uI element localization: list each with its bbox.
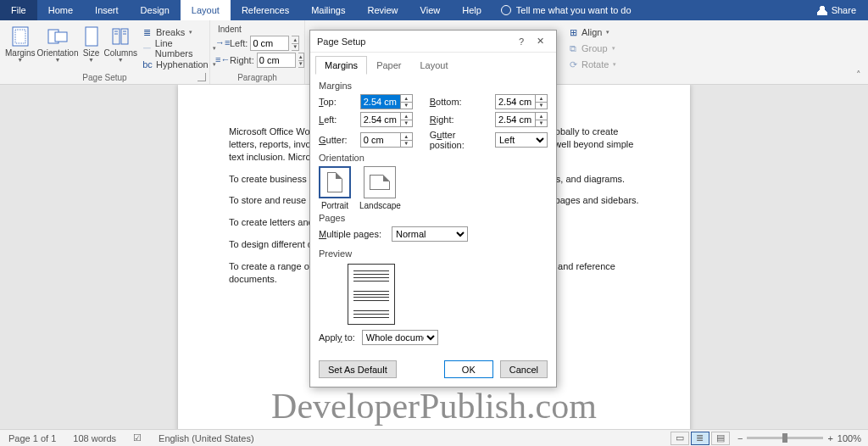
status-bar: Page 1 of 1 108 words ☑ English (United … [0, 429, 868, 446]
share-button[interactable]: Share [805, 5, 868, 15]
margin-right-label: Right: [430, 114, 490, 125]
margin-right-input[interactable] [495, 112, 536, 127]
line-numbers-icon: 𝄖 [142, 42, 153, 54]
tab-insert[interactable]: Insert [84, 0, 130, 20]
view-web-layout[interactable]: ▤ [711, 432, 730, 445]
cancel-button[interactable]: Cancel [500, 360, 548, 378]
status-words[interactable]: 108 words [64, 433, 125, 443]
indent-right-icon: ≡← [215, 54, 227, 66]
line-numbers-button[interactable]: 𝄖Line Numbers▾ [139, 41, 219, 56]
indent-right-spinner[interactable]: ▲▼ [298, 53, 304, 68]
lightbulb-icon [501, 5, 511, 15]
margins-icon [9, 25, 31, 47]
zoom-slider[interactable] [747, 437, 823, 439]
indent-left-label: Left: [230, 38, 248, 48]
breaks-icon: ≣ [142, 26, 153, 38]
status-page[interactable]: Page 1 of 1 [0, 433, 64, 443]
margin-left-spinner[interactable]: ▲▼ [401, 112, 413, 127]
set-default-button[interactable]: Set As Default [319, 360, 397, 378]
landscape-label: Landscape [359, 201, 401, 210]
dialog-tab-layout[interactable]: Layout [410, 56, 457, 75]
group-icon: ⧉ [567, 42, 579, 54]
gutter-spinner[interactable]: ▲▼ [401, 132, 413, 148]
view-read-mode[interactable]: ▭ [670, 432, 689, 445]
gutter-pos-label: Gutter position: [430, 130, 490, 150]
tab-help[interactable]: Help [451, 0, 492, 20]
share-label: Share [832, 5, 856, 15]
zoom-out-button[interactable]: − [737, 433, 743, 443]
preview-thumbnail [348, 264, 395, 325]
page-setup-dialog: Page Setup ? ✕ Margins Paper Layout Marg… [309, 30, 557, 387]
align-label: Align [581, 27, 602, 37]
indent-left-input[interactable] [250, 36, 289, 51]
tab-file[interactable]: File [0, 0, 37, 20]
indent-left-icon: →≡ [215, 37, 227, 49]
tab-home[interactable]: Home [37, 0, 84, 20]
gutter-pos-select[interactable]: Left [495, 132, 548, 148]
tab-review[interactable]: Review [357, 0, 409, 20]
zoom-in-button[interactable]: + [827, 433, 832, 443]
dialog-close-button[interactable]: ✕ [531, 32, 549, 51]
collapse-ribbon-button[interactable]: ˄ [849, 66, 868, 84]
dialog-help-button[interactable]: ? [512, 32, 531, 51]
group-arrange: ⊞Align▾ ⧉Group▾ ⟳Rotate▾ [559, 20, 624, 84]
group-page-setup: Margins▼ Orientation▼ Size▼ Columns▼ ≣Br… [0, 20, 210, 84]
margin-top-input[interactable] [360, 94, 401, 109]
status-proofing-icon[interactable]: ☑ [125, 432, 150, 443]
view-print-layout[interactable]: ≣ [691, 432, 709, 445]
ok-button[interactable]: OK [444, 360, 493, 378]
zoom-level[interactable]: 100% [837, 433, 861, 443]
multiple-pages-label: Multiple pages: [319, 229, 385, 239]
orientation-icon [47, 25, 69, 47]
dialog-titlebar: Page Setup ? ✕ [310, 31, 556, 53]
tell-me[interactable]: Tell me what you want to do [492, 5, 640, 15]
section-margins: Margins [319, 81, 548, 91]
breaks-label: Breaks [156, 27, 185, 37]
dialog-tabs: Margins Paper Layout [310, 53, 556, 75]
margin-bottom-spinner[interactable]: ▲▼ [536, 94, 548, 109]
orientation-portrait[interactable]: Portrait [319, 166, 351, 210]
columns-button[interactable]: Columns▼ [104, 23, 137, 63]
dialog-tab-paper[interactable]: Paper [367, 56, 410, 75]
portrait-label: Portrait [321, 201, 348, 210]
rotate-label: Rotate [581, 59, 609, 70]
hyphenation-button[interactable]: bcHyphenation▾ [139, 57, 219, 72]
gutter-input[interactable] [360, 132, 401, 148]
tab-view[interactable]: View [409, 0, 452, 20]
tab-references[interactable]: References [231, 0, 300, 20]
indent-right-label: Right: [230, 55, 254, 65]
tab-mailings[interactable]: Mailings [300, 0, 356, 20]
margin-left-input[interactable] [360, 112, 401, 127]
tab-design[interactable]: Design [130, 0, 181, 20]
group-label-paragraph: Paragraph [210, 73, 304, 82]
status-language[interactable]: English (United States) [150, 433, 263, 443]
orientation-landscape[interactable]: Landscape [359, 166, 401, 210]
size-button[interactable]: Size▼ [81, 23, 103, 63]
section-orientation: Orientation [319, 153, 548, 163]
align-icon: ⊞ [567, 26, 579, 38]
margin-left-label: Left: [319, 114, 355, 125]
group-button: ⧉Group▾ [565, 41, 619, 56]
indent-left-spinner[interactable]: ▲▼ [292, 36, 299, 51]
tell-me-label: Tell me what you want to do [516, 5, 632, 15]
indent-right-input[interactable] [257, 53, 296, 68]
orientation-button[interactable]: Orientation▼ [37, 23, 79, 63]
svg-rect-3 [55, 32, 67, 42]
group-label-page-setup: Page Setup [0, 73, 209, 82]
margin-top-label: Top: [319, 97, 355, 107]
svg-rect-4 [86, 27, 97, 46]
section-pages: Pages [319, 213, 548, 223]
margin-right-spinner[interactable]: ▲▼ [536, 112, 548, 127]
margin-top-spinner[interactable]: ▲▼ [401, 94, 413, 109]
rotate-button: ⟳Rotate▾ [565, 57, 619, 72]
page-setup-dialog-launcher[interactable] [198, 73, 206, 81]
tab-layout[interactable]: Layout [181, 0, 231, 20]
margin-bottom-input[interactable] [495, 94, 536, 109]
apply-to-select[interactable]: Whole document [362, 330, 438, 345]
line-numbers-label: Line Numbers [155, 38, 209, 59]
margins-button[interactable]: Margins▼ [5, 23, 36, 63]
dialog-tab-margins[interactable]: Margins [315, 56, 367, 75]
align-button[interactable]: ⊞Align▾ [565, 25, 619, 40]
size-icon [81, 25, 103, 47]
multiple-pages-select[interactable]: Normal [392, 226, 468, 242]
